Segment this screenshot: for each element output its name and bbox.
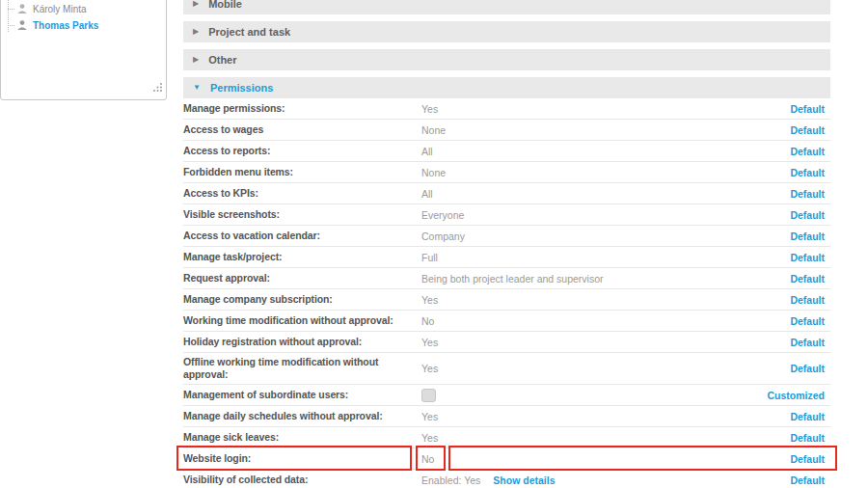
permission-value-text: Yes <box>421 337 438 348</box>
chevron-right-icon: ▶ <box>193 28 199 36</box>
default-link[interactable]: Default <box>790 315 830 327</box>
chevron-right-icon: ▶ <box>193 0 199 8</box>
permission-value: No <box>421 453 790 465</box>
permission-value: Yes <box>421 337 790 348</box>
permission-row: Management of subordinate users: Customi… <box>183 385 830 406</box>
user-tree-item-thomas-parks[interactable]: Thomas Parks <box>1 18 98 32</box>
permission-value: Full <box>421 252 790 263</box>
section-header-mobile[interactable]: ▶ Mobile <box>183 0 830 14</box>
permission-row: Forbidden menu items: None Default <box>183 162 830 183</box>
default-link[interactable]: Default <box>790 124 830 136</box>
user-name: Thomas Parks <box>33 20 98 31</box>
permission-value: Enabled: Yes Show details <box>421 474 790 486</box>
permission-value-text: Enabled: Yes <box>421 474 480 486</box>
section-header-project-and-task[interactable]: ▶ Project and task <box>183 21 830 42</box>
permission-row: Request approval: Being both project lea… <box>183 268 830 289</box>
default-link[interactable]: Default <box>790 230 830 242</box>
permission-value <box>421 389 767 402</box>
user-icon <box>16 3 28 14</box>
default-link[interactable]: Default <box>790 432 830 444</box>
permission-row: Manage daily schedules without approval:… <box>183 406 830 427</box>
section-header-permissions[interactable]: ▼ Permissions <box>183 77 830 98</box>
permission-value-text: Company <box>421 230 465 242</box>
permission-label: Access to wages <box>183 121 421 139</box>
permission-value-text: All <box>421 146 433 157</box>
user-tree-item-karoly-minta[interactable]: Károly Minta <box>1 2 87 15</box>
permission-row: Manage company subscription: Yes Default <box>183 289 830 311</box>
permission-value-text: None <box>421 167 446 178</box>
permissions-list: Manage permissions: Yes Default Access t… <box>183 98 830 488</box>
section-label: Other <box>208 54 236 66</box>
permission-value-text: Yes <box>421 363 438 374</box>
permission-value: Everyone <box>421 209 790 221</box>
chevron-down-icon: ▼ <box>193 84 201 92</box>
permission-label: Forbidden menu items: <box>183 163 421 181</box>
permission-value: Yes <box>421 432 790 444</box>
permission-row: Manage sick leaves: Yes Default <box>183 427 830 448</box>
permission-label: Access to reports: <box>183 142 421 160</box>
default-link[interactable]: Default <box>790 188 830 200</box>
permission-value-text: No <box>421 453 434 465</box>
default-link[interactable]: Default <box>790 411 830 422</box>
default-link[interactable]: Default <box>790 146 830 157</box>
permission-label: Access to KPIs: <box>183 184 421 203</box>
permission-row: Website login: No Default <box>183 448 830 470</box>
permission-label: Holiday registration without approval: <box>183 333 421 351</box>
permission-row: Manage permissions: Yes Default <box>183 98 830 120</box>
default-link[interactable]: Default <box>790 103 830 115</box>
tree-branch-line <box>8 9 14 10</box>
permission-value: All <box>421 146 790 157</box>
permission-value: No <box>421 315 790 327</box>
permission-value-text: Everyone <box>421 209 464 221</box>
permission-label: Manage sick leaves: <box>183 428 421 447</box>
section-header-other[interactable]: ▶ Other <box>183 49 830 70</box>
default-link[interactable]: Default <box>790 273 830 285</box>
user-name: Károly Minta <box>33 4 87 14</box>
permission-row: Manage task/project: Full Default <box>183 247 830 268</box>
permission-label: Manage permissions: <box>183 99 421 118</box>
default-link[interactable]: Default <box>790 209 830 221</box>
permission-row: Access to wages None Default <box>183 120 830 141</box>
default-link[interactable]: Default <box>790 474 830 486</box>
permission-label: Access to vacation calendar: <box>183 227 421 245</box>
default-link[interactable]: Default <box>790 252 830 263</box>
permission-label: Request approval: <box>183 269 421 287</box>
default-link[interactable]: Default <box>790 337 830 348</box>
default-link[interactable]: Default <box>790 294 830 306</box>
permission-value: None <box>421 124 790 136</box>
default-link[interactable]: Default <box>790 167 830 178</box>
permission-label: Visibility of collected data: <box>183 471 421 488</box>
permission-label: Website login: <box>183 449 421 468</box>
permission-label: Management of subordinate users: <box>183 386 421 404</box>
permission-value-text: Yes <box>421 432 438 444</box>
permission-value-text: Yes <box>421 103 438 115</box>
permission-row: Access to reports: All Default <box>183 141 830 162</box>
permission-value-text: No <box>421 315 434 327</box>
permission-value-text: Yes <box>421 411 438 422</box>
permission-value-text: Being both project leader and supervisor <box>421 273 604 285</box>
permission-value: Company <box>421 230 790 242</box>
permission-row: Visibility of collected data: Enabled: Y… <box>183 470 830 488</box>
permission-row: Access to vacation calendar: Company Def… <box>183 226 830 247</box>
permission-label: Manage task/project: <box>183 248 421 266</box>
user-icon <box>16 19 28 31</box>
customized-link[interactable]: Customized <box>767 390 830 401</box>
subordinate-users-checkbox[interactable] <box>421 389 436 402</box>
default-link[interactable]: Default <box>790 363 830 374</box>
settings-panel: ▶ Mobile ▶ Project and task ▶ Other ▼ Pe… <box>183 0 830 488</box>
permission-label: Manage company subscription: <box>183 290 421 309</box>
default-link[interactable]: Default <box>790 453 830 465</box>
permission-value-text: Yes <box>421 294 438 306</box>
permission-value: Yes <box>421 103 790 115</box>
permission-row: Holiday registration without approval: Y… <box>183 332 830 353</box>
permission-label: Offline working time modification withou… <box>183 353 421 384</box>
section-label: Mobile <box>208 0 242 10</box>
resize-grip-icon[interactable] <box>152 79 163 96</box>
permission-row: Access to KPIs: All Default <box>183 183 830 204</box>
permission-value: Yes <box>421 363 790 374</box>
permission-row: Working time modification without approv… <box>183 311 830 332</box>
section-label: Project and task <box>208 26 290 38</box>
show-details-link[interactable]: Show details <box>493 474 555 486</box>
permission-value-text: Full <box>421 252 438 263</box>
permission-label: Working time modification without approv… <box>183 312 421 330</box>
